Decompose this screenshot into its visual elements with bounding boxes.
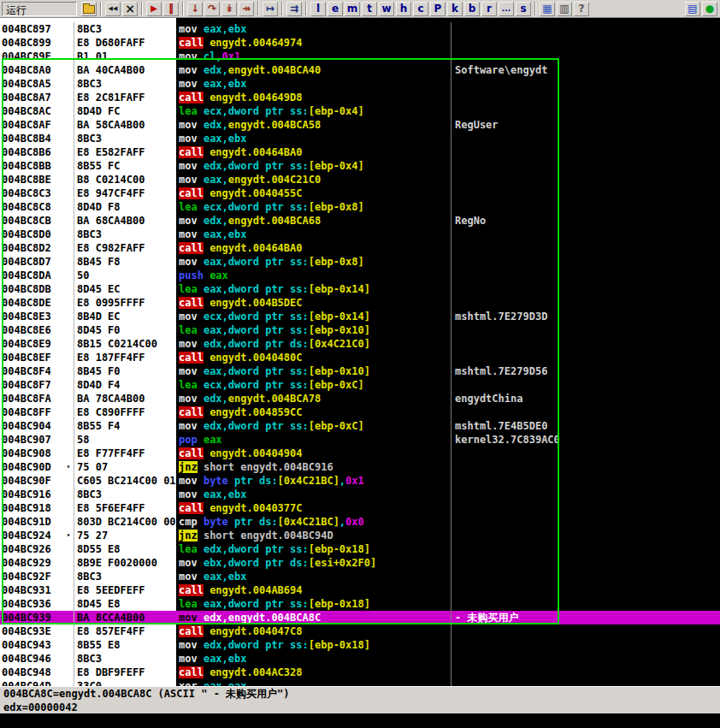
disasm-row[interactable]: 004BC8CBBA 68CA4B00mov edx,engydt.004BCA…: [0, 214, 720, 228]
instruction-token: call: [179, 242, 204, 254]
plugin-blue-button[interactable]: ▤: [685, 2, 700, 16]
step-over-button[interactable]: ↷: [204, 2, 220, 16]
disasm-row[interactable]: 004BC8D2E8 C982FAFFcall engydt.00464BA0: [0, 241, 720, 255]
disasm-row[interactable]: 004BC8EFE8 187FF4FFcall engydt.0040480C: [0, 351, 720, 364]
disasm-row[interactable]: 004BC9368D45 E8lea eax,dword ptr ss:[ebp…: [0, 597, 720, 611]
disasm-row[interactable]: 004BC8B6E8 E582FAFFcall engydt.00464BA0: [0, 145, 720, 159]
disasm-row[interactable]: 004BC8978BC3mov eax,ebx: [0, 22, 720, 36]
disasm-row[interactable]: 004BC8AC8D4D FClea ecx,dword ptr ss:[ebp…: [0, 104, 720, 118]
disasm-row[interactable]: 004BC93EE8 857EF4FFcall engydt.004047C8: [0, 624, 720, 638]
disasm-row[interactable]: 004BC89EB1 01mov cl,0x1: [0, 50, 720, 63]
help-button[interactable]: ?: [574, 2, 589, 16]
disasm-row[interactable]: 004BC91D803D BC214C00 00cmp byte ptr ds:…: [0, 515, 720, 529]
disasm-row[interactable]: 004BC8AFBA 58CA4B00mov edx,engydt.004BCA…: [0, 118, 720, 132]
disasm-row[interactable]: 004BC8D08BC3mov eax,ebx: [0, 228, 720, 241]
instruction-token: lea: [179, 201, 204, 213]
cpu-button[interactable]: c: [413, 2, 428, 16]
disasm-row[interactable]: 004BC908E8 F77FF4FFcall engydt.00404904: [0, 447, 720, 460]
execute-till-return-button[interactable]: ↦: [263, 2, 278, 16]
dump-pane-edge: [0, 713, 720, 728]
instruction-token: mov: [179, 256, 204, 268]
disasm-row[interactable]: 004BC9268D55 E8lea edx,dword ptr ss:[ebp…: [0, 542, 720, 556]
instruction-token: lea: [179, 324, 204, 336]
appearance-button[interactable]: ▥: [557, 2, 572, 16]
disasm-row[interactable]: 004BC8F78D4D F4lea ecx,dword ptr ss:[ebp…: [0, 378, 720, 392]
disasm-row[interactable]: 004BC8FABA 78CA4B00mov edx,engydt.004BCA…: [0, 392, 720, 405]
runtrace-button[interactable]: ...: [499, 2, 514, 16]
comment: [451, 679, 720, 686]
disasm-row[interactable]: 004BC90D▾75 07jnz short engydt.004BC916: [0, 460, 720, 474]
disasm-row[interactable]: 004BC8D78B45 F8mov eax,dword ptr ss:[ebp…: [0, 255, 720, 269]
disasm-row[interactable]: 004BC8E68D45 F0lea eax,dword ptr ss:[ebp…: [0, 323, 720, 337]
disasm-row[interactable]: 004BC92F8BC3mov eax,ebx: [0, 570, 720, 583]
disasm-row[interactable]: 004BC90758pop eaxkernel32.7C839AC0: [0, 433, 720, 447]
instruction-token: engydt.0040377C: [204, 502, 303, 514]
source-button[interactable]: s: [516, 2, 531, 16]
disasm-row[interactable]: 004BC948E8 DBF9FEFFcall engydt.004AC328: [0, 666, 720, 679]
instruction-token: ,: [339, 475, 345, 487]
disasm-row[interactable]: 004BC931E8 5EEDFEFFcall engydt.004AB694: [0, 583, 720, 597]
disasm-row[interactable]: 004BC924▾75 27jnz short engydt.004BC94D: [0, 529, 720, 542]
disasm-row[interactable]: 004BC8E98B15 C0214C00mov edx,dword ptr d…: [0, 337, 720, 351]
animate-over-button[interactable]: ↠: [239, 2, 254, 16]
hex-bytes: B8 C0214C00: [74, 173, 176, 186]
jump-marker-cell: [63, 474, 74, 488]
plugin-green-button[interactable]: ●: [702, 2, 717, 16]
run-button[interactable]: ▶: [146, 2, 162, 16]
info-line-operand: 004BCA8C=engydt.004BCA8C (ASCII " - 未购买用…: [0, 687, 720, 701]
toolbar-separator: [257, 2, 259, 15]
disasm-row[interactable]: 004BC8C3E8 947CF4FFcall engydt.0040455C: [0, 186, 720, 200]
disasm-row[interactable]: 004BC8E38B4D ECmov ecx,dword ptr ss:[ebp…: [0, 310, 720, 323]
memory-button[interactable]: m: [345, 2, 360, 16]
step-into-button[interactable]: ↓: [187, 2, 203, 16]
disasm-row[interactable]: 004BC8DA50push eax: [0, 269, 720, 282]
disasm-row[interactable]: 004BC90FC605 BC214C00 01mov byte ptr ds:…: [0, 474, 720, 488]
handles-button[interactable]: h: [396, 2, 411, 16]
close-button[interactable]: ×: [122, 2, 138, 16]
disassembly-pane[interactable]: 004BC8978BC3mov eax,ebx004BC899E8 D680FA…: [0, 18, 720, 686]
disasm-row[interactable]: 004BC8BB8B55 FCmov edx,dword ptr ss:[ebp…: [0, 159, 720, 173]
pause-button[interactable]: ‖: [163, 2, 179, 16]
disasm-row[interactable]: 004BC8A0BA 40CA4B00mov edx,engydt.004BCA…: [0, 63, 720, 77]
executables-icon: e: [332, 3, 339, 14]
comment: [451, 652, 720, 666]
comment: [451, 77, 720, 91]
disasm-row[interactable]: 004BC9438B55 E8mov edx,dword ptr ss:[ebp…: [0, 638, 720, 652]
disasm-row[interactable]: 004BC918E8 5F6EF4FFcall engydt.0040377C: [0, 501, 720, 515]
disasm-row[interactable]: 004BC8BEB8 C0214C00mov eax,engydt.004C21…: [0, 173, 720, 186]
disasm-row[interactable]: 004BC8DB8D45 EClea eax,dword ptr ss:[ebp…: [0, 282, 720, 296]
threads-button[interactable]: t: [362, 2, 377, 16]
address: 004BC90D: [0, 460, 63, 474]
breakpoints-button[interactable]: b: [464, 2, 480, 16]
restart-button[interactable]: ◀◀: [105, 2, 121, 16]
disasm-row[interactable]: 004BC9168BC3mov eax,ebx: [0, 488, 720, 501]
disasm-row[interactable]: 004BC899E8 D680FAFFcall engydt.00464974: [0, 36, 720, 50]
windows-button[interactable]: w: [379, 2, 394, 16]
open-button[interactable]: [81, 2, 97, 16]
disasm-row[interactable]: 004BC9048B55 F4mov edx,dword ptr ss:[ebp…: [0, 419, 720, 433]
disasm-row-selected[interactable]: 004BC939BA 8CCA4B00mov edx,engydt.004BCA…: [0, 611, 720, 624]
callstack-button[interactable]: k: [447, 2, 463, 16]
hex-bytes: 8BC3: [74, 652, 176, 666]
disasm-row[interactable]: 004BC8A7E8 2C81FAFFcall engydt.004649D8: [0, 91, 720, 104]
patches-button[interactable]: P: [430, 2, 446, 16]
disasm-row[interactable]: 004BC8C88D4D F8lea ecx,dword ptr ss:[ebp…: [0, 200, 720, 214]
disasm-row[interactable]: 004BC8FFE8 C890FFFFcall engydt.004859CC: [0, 405, 720, 419]
animate-into-button[interactable]: ↡: [221, 2, 237, 16]
disasm-row[interactable]: 004BC9298B9E F0020000mov ebx,dword ptr d…: [0, 556, 720, 570]
disasm-row[interactable]: 004BC8B48BC3mov eax,ebx: [0, 132, 720, 145]
comment: mshtml.7E4B5DE0: [451, 419, 720, 433]
disasm-row[interactable]: 004BC94D33C0xor eax,eax: [0, 679, 720, 686]
disasm-row[interactable]: 004BC8DEE8 0995FFFFcall engydt.004B5DEC: [0, 296, 720, 310]
options-button[interactable]: ▦: [540, 2, 555, 16]
disasm-row[interactable]: 004BC8A58BC3mov eax,ebx: [0, 77, 720, 91]
comment: [451, 501, 720, 515]
animate-over-icon: ↠: [242, 3, 251, 14]
log-button[interactable]: l: [310, 2, 326, 16]
goto-button[interactable]: ⇉: [286, 2, 302, 16]
instruction-token: mov: [179, 119, 204, 131]
executables-button[interactable]: e: [328, 2, 343, 16]
disasm-row[interactable]: 004BC8F48B45 F0mov eax,dword ptr ss:[ebp…: [0, 364, 720, 378]
references-button[interactable]: r: [481, 2, 497, 16]
disasm-row[interactable]: 004BC9468BC3mov eax,ebx: [0, 652, 720, 666]
